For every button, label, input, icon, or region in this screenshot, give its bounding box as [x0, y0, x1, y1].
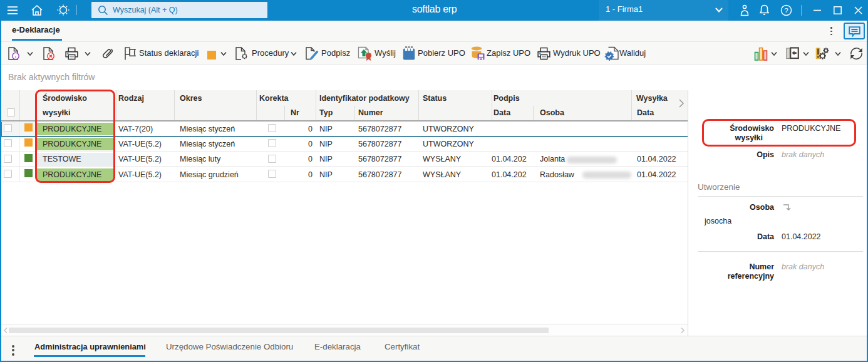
svg-text:?: ? [784, 7, 788, 14]
